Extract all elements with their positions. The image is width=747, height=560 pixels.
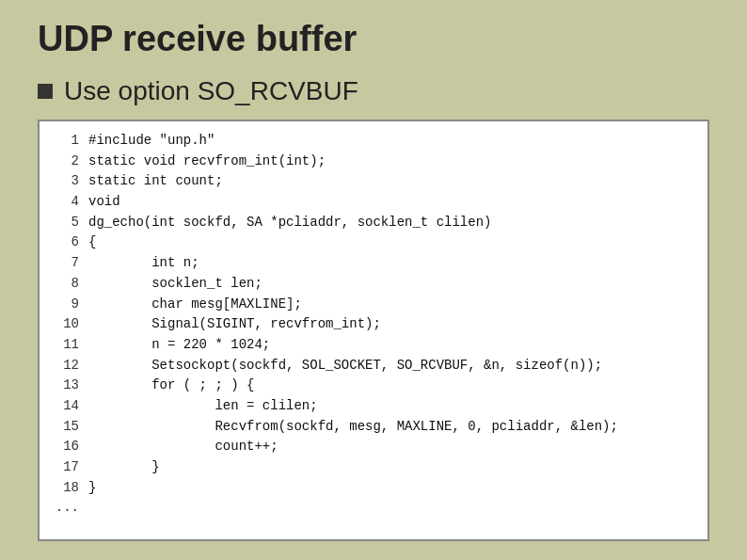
code-line: 16 count++; bbox=[53, 437, 694, 457]
code-box: 1#include "unp.h"2static void recvfrom_i… bbox=[38, 120, 709, 541]
line-number: 9 bbox=[53, 295, 79, 315]
line-code: static int count; bbox=[88, 171, 223, 192]
code-line: 4void bbox=[53, 192, 694, 213]
line-code: for ( ; ; ) { bbox=[88, 376, 254, 396]
line-number: ... bbox=[53, 498, 79, 519]
bullet-section: Use option SO_RCVBUF bbox=[38, 76, 709, 106]
line-number: 8 bbox=[53, 274, 79, 295]
code-line: 8 socklen_t len; bbox=[53, 274, 694, 295]
line-code: void bbox=[88, 192, 120, 213]
line-code: Signal(SIGINT, recvfrom_int); bbox=[88, 314, 381, 335]
line-code: Recvfrom(sockfd, mesg, MAXLINE, 0, pclia… bbox=[88, 417, 618, 438]
line-number: 14 bbox=[53, 396, 79, 417]
line-number: 16 bbox=[53, 437, 79, 457]
line-code: n = 220 * 1024; bbox=[88, 335, 270, 356]
line-number: 4 bbox=[53, 192, 79, 213]
code-line: 6{ bbox=[53, 232, 694, 253]
code-line: ... bbox=[53, 498, 694, 519]
line-number: 15 bbox=[53, 417, 79, 438]
line-code: } bbox=[88, 478, 96, 499]
line-code: } bbox=[88, 457, 160, 478]
code-line: 7 int n; bbox=[53, 253, 694, 274]
code-line: 15 Recvfrom(sockfd, mesg, MAXLINE, 0, pc… bbox=[53, 417, 694, 438]
line-number: 7 bbox=[53, 253, 79, 274]
line-code: #include "unp.h" bbox=[88, 131, 215, 152]
line-number: 10 bbox=[53, 314, 79, 335]
line-number: 3 bbox=[53, 171, 79, 192]
code-line: 17 } bbox=[53, 457, 694, 478]
slide-title: UDP receive buffer bbox=[38, 19, 709, 59]
code-line: 13 for ( ; ; ) { bbox=[53, 376, 694, 396]
line-code: len = clilen; bbox=[88, 396, 318, 417]
line-code: int n; bbox=[88, 253, 199, 274]
line-number: 12 bbox=[53, 356, 79, 376]
code-line: 12 Setsockopt(sockfd, SOL_SOCKET, SO_RCV… bbox=[53, 356, 694, 376]
line-code: count++; bbox=[88, 437, 278, 457]
line-number: 18 bbox=[53, 478, 79, 499]
line-number: 11 bbox=[53, 335, 79, 356]
line-code: dg_echo(int sockfd, SA *pcliaddr, sockle… bbox=[88, 213, 491, 233]
line-code: char mesg[MAXLINE]; bbox=[88, 295, 302, 315]
line-number: 2 bbox=[53, 152, 79, 172]
line-code: Setsockopt(sockfd, SOL_SOCKET, SO_RCVBUF… bbox=[88, 356, 602, 376]
bullet-icon bbox=[38, 84, 53, 99]
line-number: 5 bbox=[53, 213, 79, 233]
slide-container: UDP receive buffer Use option SO_RCVBUF … bbox=[0, 0, 747, 560]
code-line: 18} bbox=[53, 478, 694, 499]
code-line: 9 char mesg[MAXLINE]; bbox=[53, 295, 694, 315]
code-line: 10 Signal(SIGINT, recvfrom_int); bbox=[53, 314, 694, 335]
line-code: socklen_t len; bbox=[88, 274, 262, 295]
code-line: 2static void recvfrom_int(int); bbox=[53, 152, 694, 172]
code-line: 3static int count; bbox=[53, 171, 694, 192]
line-code: static void recvfrom_int(int); bbox=[88, 152, 326, 172]
line-number: 1 bbox=[53, 131, 79, 152]
line-number: 17 bbox=[53, 457, 79, 478]
code-line: 11 n = 220 * 1024; bbox=[53, 335, 694, 356]
line-number: 6 bbox=[53, 232, 79, 253]
code-line: 5dg_echo(int sockfd, SA *pcliaddr, sockl… bbox=[53, 213, 694, 233]
line-number: 13 bbox=[53, 376, 79, 396]
line-code: { bbox=[88, 232, 96, 253]
code-line: 1#include "unp.h" bbox=[53, 131, 694, 152]
bullet-text: Use option SO_RCVBUF bbox=[64, 76, 358, 106]
code-line: 14 len = clilen; bbox=[53, 396, 694, 417]
